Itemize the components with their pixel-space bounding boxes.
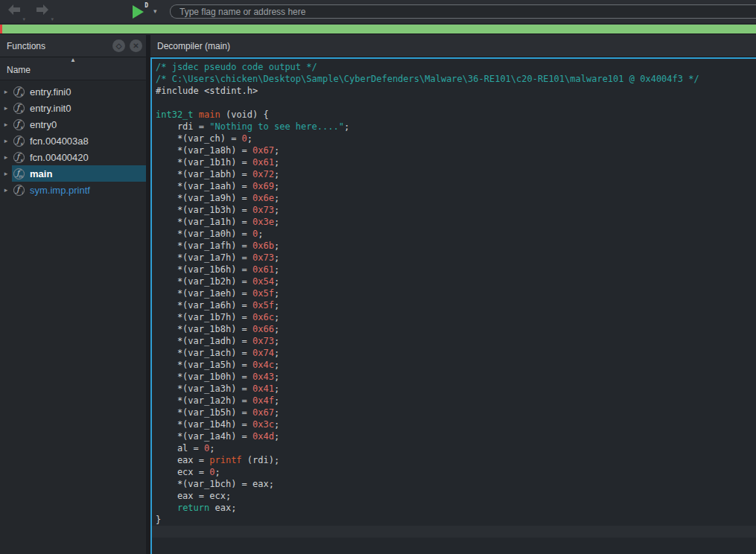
code-line: *(var_1a9h) = 0x6e; bbox=[156, 192, 756, 204]
function-icon: ƒx bbox=[13, 103, 25, 114]
function-name-label: entry.fini0 bbox=[30, 86, 71, 98]
function-icon: ƒx bbox=[13, 119, 25, 130]
function-name-label: fcn.00400420 bbox=[30, 152, 89, 163]
code-line: *(var_1a0h) = 0; bbox=[156, 228, 756, 240]
debug-options-dropdown[interactable]: ▾ bbox=[153, 7, 157, 15]
start-debug-button[interactable]: D bbox=[131, 4, 149, 20]
function-icon: ƒx bbox=[13, 152, 25, 163]
code-line bbox=[156, 97, 756, 109]
code-line: rdi = "Nothing to see here...."; bbox=[156, 121, 756, 133]
main-toolbar: ▾ ▾ D ▾ bbox=[0, 0, 756, 24]
function-icon: ƒi bbox=[13, 185, 25, 196]
function-list-item[interactable]: ▸ƒxentry0 bbox=[0, 116, 146, 133]
code-line: *(var_1b2h) = 0x54; bbox=[156, 276, 756, 287]
code-line: *(var_1a3h) = 0x41; bbox=[156, 383, 756, 395]
name-column-header[interactable]: ▲ Name bbox=[0, 57, 146, 80]
functions-panel-title: Functions bbox=[7, 41, 45, 51]
code-line: *(var_1a2h) = 0x4f; bbox=[156, 395, 756, 407]
code-line: } bbox=[156, 514, 756, 526]
function-list-item[interactable]: ▸ƒxentry.init0 bbox=[0, 100, 146, 116]
code-line: *(var_1aah) = 0x69; bbox=[156, 180, 756, 192]
cutter-window: ▾ ▾ D ▾ Functions ◇ ✕ bbox=[0, 0, 756, 554]
expand-arrow-icon[interactable]: ▸ bbox=[0, 137, 12, 144]
function-list-item[interactable]: ▸ƒxfcn.004003a8 bbox=[0, 133, 146, 149]
float-panel-icon[interactable]: ◇ bbox=[112, 39, 125, 52]
expand-arrow-icon[interactable]: ▸ bbox=[0, 170, 12, 177]
expand-arrow-icon[interactable]: ▸ bbox=[0, 153, 12, 161]
code-line: ecx = 0; bbox=[156, 466, 756, 478]
decompiler-panel-titlebar: Decompiler (main) bbox=[150, 35, 756, 57]
code-line: return eax; bbox=[156, 502, 756, 514]
decompiler-panel: Decompiler (main) /* jsdec pseudo code o… bbox=[150, 35, 756, 554]
code-line: *(var_1bch) = eax; bbox=[156, 478, 756, 490]
expand-arrow-icon[interactable]: ▸ bbox=[0, 104, 12, 112]
expand-arrow-icon[interactable]: ▸ bbox=[0, 186, 12, 194]
code-line: *(var_1a5h) = 0x4c; bbox=[156, 359, 756, 371]
functions-list: ▸ƒxentry.fini0▸ƒxentry.init0▸ƒxentry0▸ƒx… bbox=[0, 80, 146, 198]
back-dropdown-icon: ▾ bbox=[22, 17, 25, 22]
close-panel-icon[interactable]: ✕ bbox=[130, 39, 142, 52]
functions-panel: Functions ◇ ✕ ▲ Name ▸ƒxentry.fini0▸ƒxen… bbox=[0, 35, 146, 554]
function-name-label: fcn.004003a8 bbox=[30, 136, 89, 147]
play-icon bbox=[133, 5, 144, 19]
code-line: *(var_1b1h) = 0x61; bbox=[156, 156, 756, 168]
code-line: al = 0; bbox=[156, 442, 756, 454]
expand-arrow-icon[interactable]: ▸ bbox=[0, 121, 12, 128]
decompiler-panel-title: Decompiler (main) bbox=[157, 41, 230, 51]
code-line: *(var_1b0h) = 0x43; bbox=[156, 371, 756, 383]
code-line: *(var_1b5h) = 0x67; bbox=[156, 407, 756, 418]
main-area: Functions ◇ ✕ ▲ Name ▸ƒxentry.fini0▸ƒxen… bbox=[0, 35, 756, 554]
sort-ascending-icon: ▲ bbox=[70, 57, 76, 63]
seek-bar-red-segment bbox=[0, 25, 2, 34]
function-list-item[interactable]: ▸ƒxfcn.00400420 bbox=[0, 149, 146, 165]
expand-arrow-icon[interactable]: ▸ bbox=[0, 88, 12, 95]
code-line: eax = printf (rdi); bbox=[156, 454, 756, 466]
back-button[interactable]: ▾ bbox=[6, 3, 25, 22]
code-line: eax = ecx; bbox=[156, 490, 756, 502]
flag-search-input[interactable] bbox=[170, 4, 756, 19]
code-line: *(var_ch) = 0; bbox=[156, 133, 756, 144]
code-line: *(var_1b8h) = 0x66; bbox=[156, 323, 756, 335]
function-name-label: entry.init0 bbox=[30, 103, 71, 114]
debug-badge: D bbox=[144, 2, 148, 9]
forward-dropdown-icon: ▾ bbox=[51, 17, 54, 22]
code-line: *(var_1b7h) = 0x6c; bbox=[156, 311, 756, 323]
function-icon: ƒx bbox=[13, 136, 25, 147]
seek-bar[interactable] bbox=[0, 25, 756, 34]
function-icon: ƒm bbox=[13, 168, 25, 179]
code-line: *(var_1adh) = 0x73; bbox=[156, 335, 756, 347]
function-name-label: entry0 bbox=[30, 119, 57, 130]
functions-panel-titlebar: Functions ◇ ✕ bbox=[0, 35, 146, 57]
code-line: *(var_1b6h) = 0x61; bbox=[156, 264, 756, 276]
code-line: /* C:\Users\chicken\Desktop\Sample\Cyber… bbox=[156, 73, 756, 85]
code-line: *(var_1b4h) = 0x3c; bbox=[156, 418, 756, 430]
code-line: *(var_1abh) = 0x72; bbox=[156, 168, 756, 180]
code-line: /* jsdec pseudo code output */ bbox=[156, 61, 756, 73]
function-name-label: sym.imp.printf bbox=[30, 185, 90, 196]
name-column-label: Name bbox=[7, 65, 31, 75]
decompiler-code-view[interactable]: /* jsdec pseudo code output *//* C:\User… bbox=[150, 57, 756, 554]
code-line: *(var_1aeh) = 0x5f; bbox=[156, 287, 756, 299]
code-line: *(var_1a6h) = 0x5f; bbox=[156, 299, 756, 311]
forward-button[interactable]: ▾ bbox=[34, 3, 54, 22]
code-line: *(var_1afh) = 0x6b; bbox=[156, 240, 756, 252]
code-line: *(var_1ach) = 0x74; bbox=[156, 347, 756, 359]
code-line-cursor-highlight bbox=[152, 526, 756, 538]
function-icon: ƒx bbox=[13, 86, 25, 98]
back-arrow-icon bbox=[6, 3, 22, 18]
function-list-item[interactable]: ▸ƒisym.imp.printf bbox=[0, 182, 146, 198]
function-list-item[interactable]: ▸ƒxentry.fini0 bbox=[0, 83, 146, 100]
code-line: *(var_1b3h) = 0x73; bbox=[156, 204, 756, 216]
code-line: #include <stdint.h> bbox=[156, 85, 756, 97]
forward-arrow-icon bbox=[34, 3, 51, 18]
code-line: *(var_1a1h) = 0x3e; bbox=[156, 216, 756, 228]
function-list-item[interactable]: ▸ƒmmain bbox=[0, 165, 146, 182]
code-line: *(var_1a8h) = 0x67; bbox=[156, 144, 756, 156]
code-line: *(var_1a7h) = 0x73; bbox=[156, 252, 756, 264]
code-line: int32_t main (void) { bbox=[156, 109, 756, 121]
function-name-label: main bbox=[30, 168, 52, 179]
code-line: *(var_1a4h) = 0x4d; bbox=[156, 430, 756, 442]
